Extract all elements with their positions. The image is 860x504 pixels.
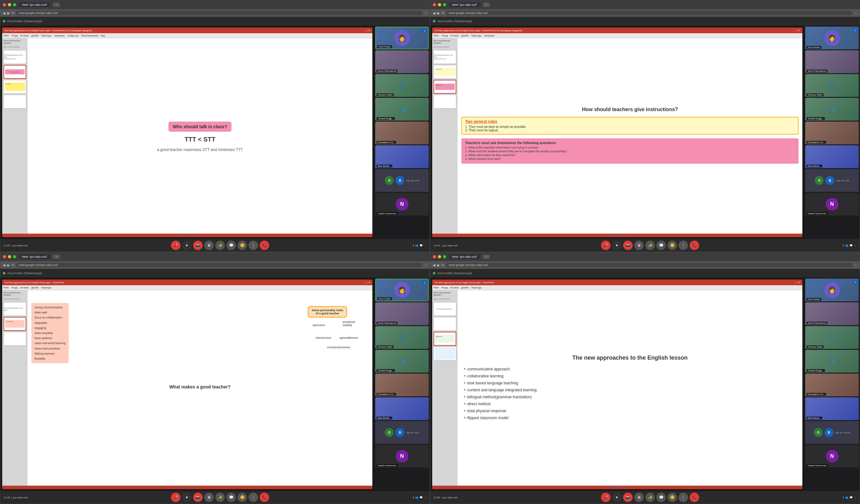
participant-vika-tr[interactable]: Віка Малик...	[805, 145, 859, 168]
url-bar-tr[interactable]: meet.google.com/gvz-abju-sud	[446, 11, 852, 15]
slide-thumb-tr-3[interactable]: Questions	[433, 80, 456, 94]
participant-natasha-tl[interactable]: 👤 Наташа Лабуз	[375, 74, 429, 97]
bookmark-icon-br[interactable]: ☆	[854, 263, 857, 267]
participant-vika-tl[interactable]: Віка Малик...	[375, 145, 429, 168]
react-btn-tl[interactable]: 😊	[238, 241, 247, 250]
slide-thumb-br-3[interactable]: Approaches	[433, 332, 456, 346]
slide-thumb-tr-1[interactable]: The New Approaches to an Engl...21.02.20…	[433, 50, 456, 64]
reload-btn[interactable]: ↻	[12, 11, 14, 15]
participant-natalia-tl[interactable]: N Natalia Nesterenko	[375, 193, 429, 216]
participant-vika-bl[interactable]: Віка Малик...	[375, 397, 429, 420]
bookmark-icon[interactable]: ☆	[424, 11, 427, 15]
browser-tab-active-bl[interactable]: Meet "gvz-abju-sud"	[19, 255, 50, 259]
mute-btn-br[interactable]: 🎤	[601, 493, 611, 502]
browser-tab-inactive[interactable]: +	[53, 2, 59, 7]
mute-arrow-tl[interactable]: ▾	[182, 241, 191, 250]
more-participants-tr[interactable]: O B Ще 49 осіб	[805, 169, 859, 192]
slide-thumb-tr-2[interactable]: Instructions	[433, 65, 456, 79]
participant-irina-tr[interactable]: 👩 I Irina Pushko	[805, 27, 859, 49]
mute-arrow-br[interactable]: ▾	[612, 493, 621, 502]
participant-irina-br[interactable]: 👩 I Irina Pushko	[805, 278, 859, 301]
slide-thumb-2[interactable]: Who should talk?	[3, 65, 26, 79]
bookmark-icon-bl[interactable]: ☆	[424, 263, 427, 267]
bookmark-icon-tr[interactable]: ☆	[854, 11, 857, 15]
more-btn-tl[interactable]: ⋮	[248, 241, 258, 250]
back-btn-tr[interactable]: ◀	[433, 11, 435, 15]
more-btn-bl[interactable]: ⋮	[248, 493, 258, 502]
effects-btn-tl[interactable]: ✨	[215, 241, 225, 250]
minimize-dot-br[interactable]	[438, 255, 441, 258]
browser-tab-active-br[interactable]: Meet "gvz-abju-sud"	[449, 255, 480, 259]
participant-elizaveta-br[interactable]: Єлизавета Сто...	[805, 374, 859, 397]
forward-btn-tr[interactable]: ▶	[437, 11, 440, 15]
reload-btn-br[interactable]: ↻	[442, 263, 444, 267]
maximize-dot-tr[interactable]	[443, 3, 446, 6]
back-btn[interactable]: ◀	[3, 11, 5, 15]
close-dot-br[interactable]	[433, 255, 436, 258]
screen-btn-br[interactable]: 🖥	[634, 493, 644, 502]
minimize-dot-tr[interactable]	[438, 3, 441, 6]
participant-natalia-tr[interactable]: N Natalia Nesterenko	[805, 193, 859, 216]
participant-anna-tl[interactable]: Anna Podosnikova	[375, 51, 429, 73]
chat-btn-bl[interactable]: 💬	[226, 493, 236, 502]
forward-btn-br[interactable]: ▶	[437, 263, 440, 267]
slide-thumb-bl-1[interactable]: The New Approaches to an Engl...	[3, 302, 26, 316]
slide-thumb-br-2[interactable]	[433, 317, 456, 331]
effects-btn-br[interactable]: ✨	[645, 493, 655, 502]
maximize-dot-bl[interactable]	[13, 255, 16, 258]
screen-btn-tr[interactable]: 🖥	[634, 241, 644, 250]
end-call-btn-bl[interactable]: 📞	[260, 493, 269, 502]
react-btn-bl[interactable]: 😊	[238, 493, 247, 502]
participant-natalia-br[interactable]: N Natalia Nesterenko	[805, 445, 859, 467]
end-call-btn-br[interactable]: 📞	[690, 493, 699, 502]
more-participants-br[interactable]: O B Ще 51 особа	[805, 421, 859, 444]
forward-btn[interactable]: ▶	[7, 11, 10, 15]
screen-btn-tl[interactable]: 🖥	[204, 241, 214, 250]
participant-irina-tl[interactable]: 👩 I Irina Pushko	[375, 27, 429, 49]
video-btn-br[interactable]: 📷	[623, 493, 633, 502]
browser-tab-new-bl[interactable]: +	[53, 255, 59, 259]
mute-arrow-bl[interactable]: ▾	[182, 493, 191, 502]
chat-btn-br[interactable]: 💬	[656, 493, 666, 502]
participant-tatyana-tr[interactable]: 👥 Татяна Кондр...	[805, 98, 859, 120]
effects-btn-tr[interactable]: ✨	[645, 241, 655, 250]
url-bar-bl[interactable]: meet.google.com/gvz-abju-sud	[16, 263, 422, 267]
react-btn-br[interactable]: 😊	[668, 493, 677, 502]
participant-natasha-br[interactable]: 👤 Наташа Лабуз	[805, 326, 859, 349]
mute-btn-tl[interactable]: 🎤	[171, 241, 181, 250]
video-btn-bl[interactable]: 📷	[193, 493, 203, 502]
participant-elizaveta-tr[interactable]: Єлизавета Сто...	[805, 121, 859, 144]
maximize-dot-br[interactable]	[443, 255, 446, 258]
mute-btn-tr[interactable]: 🎤	[601, 241, 611, 250]
participant-natasha-bl[interactable]: 👤 Наташа Лабуз	[375, 326, 429, 349]
slide-thumb-bl-3[interactable]	[3, 332, 26, 346]
mute-arrow-tr[interactable]: ▾	[612, 241, 621, 250]
browser-tab-new-br[interactable]: +	[483, 255, 489, 259]
end-call-btn-tr[interactable]: 📞	[690, 241, 699, 250]
chat-btn-tl[interactable]: 💬	[226, 241, 236, 250]
minimize-dot-bl[interactable]	[8, 255, 11, 258]
browser-tab-new-tr[interactable]: +	[483, 2, 489, 7]
close-dot[interactable]	[3, 3, 6, 6]
more-participants-bl[interactable]: O B Ще 40 осіб	[375, 421, 429, 444]
participant-natasha-tr[interactable]: 👤 Наташа Лабуз	[805, 74, 859, 97]
back-btn-bl[interactable]: ◀	[3, 263, 5, 267]
participant-elizaveta-bl[interactable]: Єлизавета Сто...	[375, 374, 429, 397]
effects-btn-bl[interactable]: ✨	[215, 493, 225, 502]
participant-elizaveta-tl[interactable]: Єлизавета Сто...	[375, 121, 429, 144]
slide-thumb-br-1[interactable]: The New Approaches...	[433, 302, 456, 316]
screen-btn-bl[interactable]: 🖥	[204, 493, 214, 502]
video-btn-tr[interactable]: 📷	[623, 241, 633, 250]
browser-tab-active-tr[interactable]: Meet "gvz-abju-sud"	[449, 2, 480, 7]
minimize-dot[interactable]	[8, 3, 11, 6]
participant-tatyana-br[interactable]: 👥 Татяна Кондр...	[805, 350, 859, 373]
mute-btn-bl[interactable]: 🎤	[171, 493, 181, 502]
more-participants-tl[interactable]: O B Ще 49 осіб	[375, 169, 429, 192]
participant-anna-br[interactable]: Anna Podosnikova	[805, 302, 859, 325]
participant-irina-bl[interactable]: 👩 I Irina Pushko	[375, 278, 429, 301]
slide-thumb-3[interactable]: TTT<STT	[3, 80, 26, 94]
url-bar-br[interactable]: meet.google.com/gvz-abju-sud	[446, 263, 852, 267]
slide-thumb-1[interactable]: The New Approaches to an Engl...21.02.20…	[3, 50, 26, 64]
more-btn-tr[interactable]: ⋮	[678, 241, 688, 250]
slide-thumb-bl-2[interactable]: Good teacher	[3, 317, 26, 331]
